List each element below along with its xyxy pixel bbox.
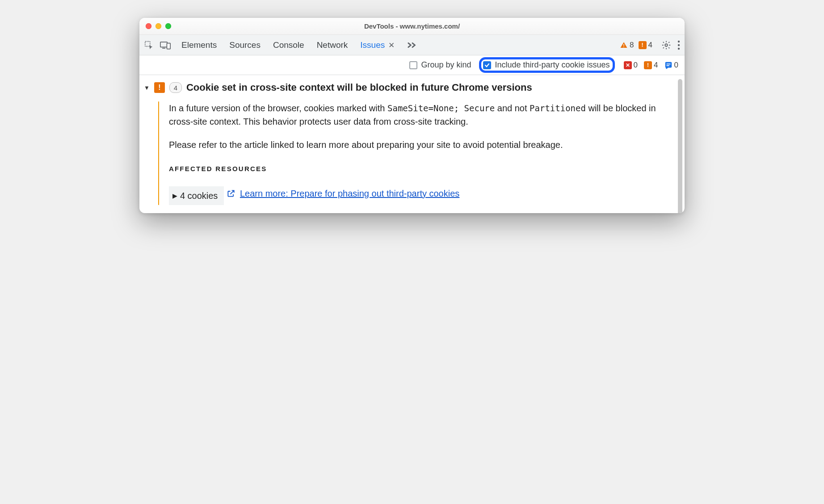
breaking-count: 4 xyxy=(648,41,652,50)
tab-issues[interactable]: Issues ✕ xyxy=(360,40,394,50)
tab-issues-label: Issues xyxy=(360,40,385,50)
errors-counter[interactable]: ✕ 0 xyxy=(624,61,638,70)
toolbar-counts: 8 ! 4 xyxy=(620,41,652,50)
svg-rect-4 xyxy=(623,46,624,47)
checkbox-checked-icon xyxy=(483,61,491,69)
issues-content: ▼ ! 4 Cookie set in cross-site context w… xyxy=(139,75,685,213)
code-partitioned: Partitioned xyxy=(530,103,586,113)
issue-detail: In a future version of the browser, cook… xyxy=(158,101,678,205)
traffic-lights xyxy=(146,23,171,29)
chevron-right-icon: ▶ xyxy=(172,191,177,201)
svg-point-5 xyxy=(665,44,668,46)
close-window-button[interactable] xyxy=(146,23,151,29)
tab-console[interactable]: Console xyxy=(273,40,304,50)
include-third-party-checkbox[interactable]: Include third-party cookie issues xyxy=(483,60,610,70)
info-count: 0 xyxy=(674,61,678,70)
issue-title: Cookie set in cross-site context will be… xyxy=(186,82,532,93)
affected-resources-label: AFFECTED RESOURCES xyxy=(169,164,660,174)
window-title: DevTools - www.nytimes.com/ xyxy=(139,22,685,30)
tab-network[interactable]: Network xyxy=(317,40,348,50)
breaking-counter[interactable]: ! 4 xyxy=(639,41,652,50)
breaking-change-icon: ! xyxy=(644,61,652,69)
breaking-change-icon: ! xyxy=(154,82,165,93)
device-toolbar-icon[interactable] xyxy=(160,41,171,50)
group-by-kind-checkbox[interactable]: Group by kind xyxy=(409,60,471,70)
breaking-counter-filter[interactable]: ! 4 xyxy=(644,61,658,70)
external-link-icon xyxy=(227,189,235,198)
issue-header-row[interactable]: ▼ ! 4 Cookie set in cross-site context w… xyxy=(141,80,678,95)
svg-rect-1 xyxy=(160,42,167,47)
include-third-party-label: Include third-party cookie issues xyxy=(495,60,610,70)
issue-kind-counts: ✕ 0 ! 4 0 xyxy=(624,61,678,70)
svg-rect-10 xyxy=(666,63,670,64)
learn-more-link[interactable]: Learn more: Prepare for phasing out thir… xyxy=(240,187,459,200)
svg-point-6 xyxy=(678,40,680,42)
affected-cookies-count: 4 cookies xyxy=(180,189,218,202)
warnings-count: 8 xyxy=(630,41,634,50)
more-tabs-icon[interactable] xyxy=(407,42,417,49)
issue-paragraph-1: In a future version of the browser, cook… xyxy=(169,101,660,128)
tab-elements[interactable]: Elements xyxy=(181,40,217,50)
highlight-marker: Include third-party cookie issues xyxy=(479,57,614,73)
titlebar: DevTools - www.nytimes.com/ xyxy=(139,18,685,35)
disclosure-triangle-icon[interactable]: ▼ xyxy=(144,84,150,91)
kebab-icon[interactable] xyxy=(677,40,680,50)
code-samesite: SameSite=None; Secure xyxy=(387,103,495,113)
info-counter[interactable]: 0 xyxy=(664,61,678,70)
svg-rect-9 xyxy=(665,62,671,67)
warnings-counter[interactable]: 8 xyxy=(620,41,634,50)
issue-paragraph-2: Please refer to the article linked to le… xyxy=(169,138,660,151)
scrollbar-thumb[interactable] xyxy=(677,78,684,213)
main-toolbar: Elements Sources Console Network Issues … xyxy=(139,35,685,55)
breaking-count-filter: 4 xyxy=(654,61,658,70)
minimize-window-button[interactable] xyxy=(156,23,161,29)
gear-icon[interactable] xyxy=(661,40,671,50)
learn-more-row: Learn more: Prepare for phasing out thir… xyxy=(227,187,459,200)
svg-rect-11 xyxy=(666,65,669,66)
errors-count: 0 xyxy=(634,61,638,70)
affected-cookies-toggle[interactable]: ▶ 4 cookies xyxy=(169,186,224,205)
info-icon xyxy=(664,61,673,69)
tab-sources[interactable]: Sources xyxy=(229,40,261,50)
error-icon: ✕ xyxy=(624,61,632,69)
svg-rect-3 xyxy=(623,44,624,46)
group-by-kind-label: Group by kind xyxy=(421,60,471,70)
maximize-window-button[interactable] xyxy=(165,23,171,29)
checkbox-unchecked-icon xyxy=(409,61,417,69)
svg-rect-2 xyxy=(167,43,170,49)
svg-point-7 xyxy=(678,44,680,46)
severity-strip xyxy=(158,101,159,205)
close-icon[interactable]: ✕ xyxy=(388,41,395,50)
devtools-window: DevTools - www.nytimes.com/ Elements Sou… xyxy=(139,18,685,213)
issue-count-pill: 4 xyxy=(169,82,182,93)
svg-point-8 xyxy=(678,47,680,49)
panel-tabs: Elements Sources Console Network Issues … xyxy=(181,40,417,50)
inspect-icon[interactable] xyxy=(144,40,154,50)
issues-filterbar: Group by kind Include third-party cookie… xyxy=(139,55,685,75)
